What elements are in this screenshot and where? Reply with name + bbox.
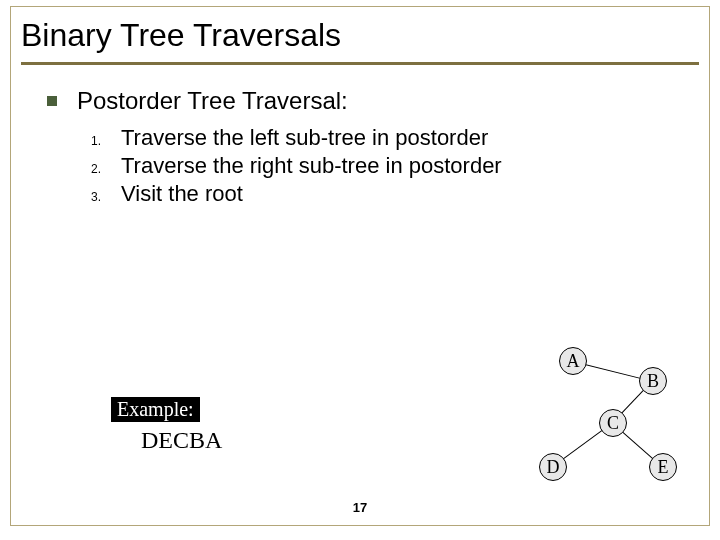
tree-node-e: E — [649, 453, 677, 481]
list-item: 3. Visit the root — [91, 181, 709, 207]
slide-title: Binary Tree Traversals — [21, 17, 699, 54]
tree-node-b: B — [639, 367, 667, 395]
tree-node-a: A — [559, 347, 587, 375]
step-number: 2. — [91, 162, 121, 176]
slide-frame: Binary Tree Traversals Postorder Tree Tr… — [10, 6, 710, 526]
steps-list: 1. Traverse the left sub-tree in postord… — [91, 125, 709, 207]
step-text: Traverse the left sub-tree in postorder — [121, 125, 488, 151]
step-text: Traverse the right sub-tree in postorder — [121, 153, 502, 179]
step-text: Visit the root — [121, 181, 243, 207]
example-value: DECBA — [141, 427, 222, 454]
binary-tree-diagram: ABCDE — [459, 347, 679, 497]
bullet-icon — [47, 96, 57, 106]
list-item: 1. Traverse the left sub-tree in postord… — [91, 125, 709, 151]
page-number: 17 — [353, 500, 367, 515]
example-label: Example: — [111, 397, 200, 422]
section-heading: Postorder Tree Traversal: — [77, 87, 348, 115]
step-number: 1. — [91, 134, 121, 148]
title-underline — [21, 62, 699, 65]
tree-node-d: D — [539, 453, 567, 481]
list-item: 2. Traverse the right sub-tree in postor… — [91, 153, 709, 179]
section-bullet: Postorder Tree Traversal: — [47, 87, 709, 115]
title-row: Binary Tree Traversals — [11, 7, 709, 60]
step-number: 3. — [91, 190, 121, 204]
tree-node-c: C — [599, 409, 627, 437]
